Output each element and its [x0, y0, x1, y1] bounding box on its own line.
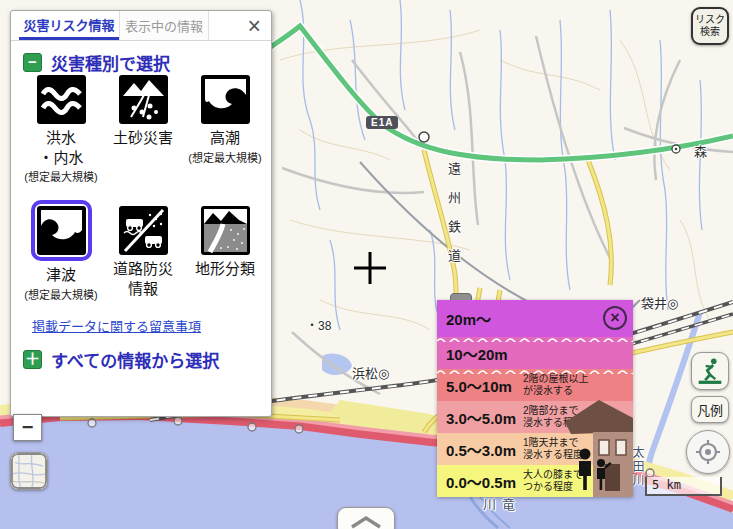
depth-range-label: 3.0～5.0m: [437, 407, 523, 428]
disaster-label-landslide: 土砂災害: [113, 128, 173, 148]
landslide-icon: [119, 75, 168, 124]
tab-displayed-info[interactable]: 表示中の情報: [119, 11, 209, 40]
minimap-thumbnail: [11, 452, 47, 490]
disaster-item-tsunami[interactable]: 津波 (想定最大規模): [20, 206, 102, 302]
evacuation-site-button[interactable]: [691, 352, 729, 390]
flood-icon: [37, 75, 86, 124]
panel-tabs: 災害リスク情報 表示中の情報: [11, 11, 271, 41]
running-person-icon: [696, 357, 724, 385]
map-scale-bar: 5 km: [645, 477, 722, 496]
storm-surge-icon: [201, 75, 250, 124]
wave-separator: [437, 369, 633, 374]
disaster-sub-storm-surge: (想定最大規模): [188, 149, 261, 165]
tab-disaster-risk-info[interactable]: 災害リスク情報: [19, 11, 119, 40]
depth-range-label: 20m～: [437, 308, 523, 329]
depth-range-label: 0.0～0.5m: [437, 471, 523, 492]
tsunami-icon: [37, 206, 86, 255]
disaster-label-tsunami: 津波: [46, 265, 76, 285]
landform-icon: [201, 206, 250, 255]
collapse-minus-icon[interactable]: −: [23, 53, 42, 72]
map-label-hamamatsu: 浜松◎: [352, 363, 389, 382]
zoom-out-button[interactable]: −: [13, 414, 42, 441]
disaster-icon-grid: 洪水 ・内水 (想定最大規模) 土砂災害: [20, 75, 266, 302]
legend-row: 10～20m: [437, 337, 633, 369]
risk-search-label-line1: リスク: [695, 14, 725, 26]
hazard-map-app: E1A 森 袋井◎ 浜松◎ ・38 遠州鉄道 竜川 太田川 災害リスク情報 表示…: [0, 0, 733, 529]
house-depth-illustration: [559, 388, 633, 497]
wave-separator: [437, 337, 633, 342]
map-label-enshu-railway: 遠州鉄道: [444, 162, 463, 278]
disaster-item-road-disaster[interactable]: 道路防災 情報: [102, 206, 184, 302]
map-label-mori: 森: [694, 141, 707, 160]
section-select-by-disaster: − 災害種別で選択: [23, 50, 170, 75]
disaster-label-landform: 地形分類: [195, 259, 255, 279]
depth-range-label: 10～20m: [437, 343, 523, 364]
disaster-label-flood: 洪水 ・内水: [38, 128, 83, 167]
panel-close-icon[interactable]: ×: [248, 12, 261, 40]
chevron-up-icon: [346, 515, 386, 529]
map-label-fukuroi: 袋井◎: [641, 293, 678, 312]
disaster-item-landslide[interactable]: 土砂災害: [102, 75, 184, 206]
data-notice-link[interactable]: 掲載データに関する留意事項: [32, 316, 201, 335]
current-location-button[interactable]: [686, 430, 730, 474]
expand-plus-icon[interactable]: ＋: [23, 350, 42, 369]
risk-search-button[interactable]: リスク 検索: [691, 7, 729, 45]
disaster-sub-tsunami: (想定最大規模): [24, 286, 97, 302]
depth-range-label: 0.5～3.0m: [437, 439, 523, 460]
section-title-all-info: すべての情報から選択: [51, 347, 219, 372]
road-disaster-icon: [119, 206, 168, 255]
disaster-label-storm-surge: 高潮: [210, 128, 240, 148]
legend-close-icon[interactable]: ×: [603, 306, 627, 330]
legend-toggle-button[interactable]: 凡例: [691, 396, 729, 423]
map-crosshair: [353, 251, 387, 285]
section-select-from-all: ＋ すべての情報から選択: [23, 347, 219, 372]
section-title-disaster-type: 災害種別で選択: [51, 50, 170, 75]
tsunami-selected-highlight: [31, 200, 92, 261]
disaster-info-panel: 災害リスク情報 表示中の情報 × − 災害種別で選択 洪水 ・内水 (想定最大規…: [10, 10, 272, 417]
gps-crosshair-icon: [694, 438, 722, 466]
expressway-badge: E1A: [366, 116, 398, 129]
map-label-spot-height: ・38: [306, 316, 331, 333]
bottom-panel-expand-button[interactable]: [337, 507, 395, 529]
disaster-item-storm-surge[interactable]: 高潮 (想定最大規模): [184, 75, 266, 206]
disaster-label-road-disaster: 道路防災 情報: [113, 259, 173, 298]
legend-row: 20m～ ×: [437, 300, 633, 337]
depth-range-label: 5.0～10m: [437, 375, 523, 396]
risk-search-label-line2: 検索: [700, 26, 720, 38]
tsunami-depth-legend: 20m～ × 10～20m 5.0～10m 2階の屋根以上 が浸水する 3.0～…: [437, 300, 633, 497]
map-label-tenryu-river: 竜川: [479, 498, 517, 529]
disaster-item-landform[interactable]: 地形分類: [184, 206, 266, 302]
disaster-sub-flood: (想定最大規模): [24, 168, 97, 184]
disaster-item-flood[interactable]: 洪水 ・内水 (想定最大規模): [20, 75, 102, 206]
minimap-toggle-button[interactable]: [10, 452, 48, 490]
